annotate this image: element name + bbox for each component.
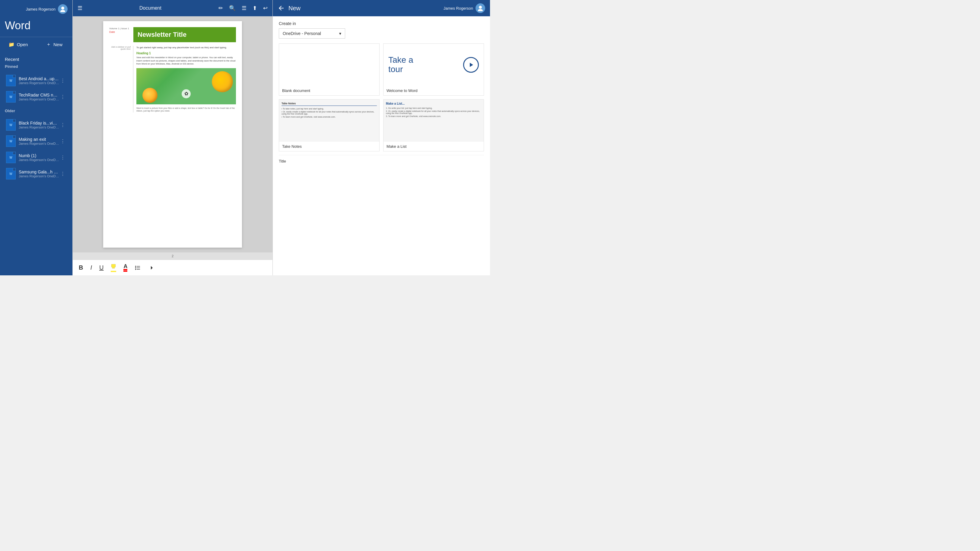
doc-name: Samsung Gala...h next month — [19, 170, 59, 174]
newsletter-heading: Heading 1 — [136, 52, 236, 55]
doc-more-button[interactable]: ⋮ — [59, 122, 66, 128]
bold-button[interactable]: B — [78, 263, 84, 272]
formatting-toolbar: B I U A — [73, 260, 272, 275]
svg-rect-2 — [111, 264, 116, 267]
fruit-image-1 — [212, 71, 233, 92]
older-doc-item[interactable]: W Samsung Gala...h next month James Roge… — [5, 165, 68, 182]
list-line: 1. Go write your list: just tap here and… — [386, 107, 481, 109]
doc-icon: W — [6, 135, 16, 147]
title-template-row: Title — [279, 155, 484, 167]
right-content: Create in OneDrive - Personal ▾ Blank do… — [273, 16, 490, 275]
doc-more-button[interactable]: ⋮ — [59, 171, 66, 177]
list-inner: Make a List... 1. Go write your list: ju… — [383, 100, 484, 142]
pen-icon[interactable]: ✏ — [218, 5, 223, 11]
username-left: James Rogerson — [26, 7, 56, 11]
doc-more-button[interactable]: ⋮ — [59, 78, 66, 84]
pinned-doc-item[interactable]: W TechRadar CMS notes James Rogerson's O… — [5, 89, 68, 105]
expand-button[interactable] — [146, 264, 155, 272]
hamburger-icon[interactable]: ☰ — [78, 5, 83, 11]
doc-icon: W — [6, 91, 16, 103]
doc-path: James Rogerson's OneDrive » Work — [19, 174, 59, 178]
share-icon[interactable]: ⬆ — [253, 5, 257, 11]
undo-icon[interactable]: ↩ — [263, 5, 267, 11]
username-right: James Rogerson — [444, 6, 473, 11]
template-card-take-a-tour[interactable]: Take atour Welcome to Word — [383, 43, 484, 95]
template-card-blank[interactable]: Blank document — [279, 43, 380, 95]
pinned-doc-item[interactable]: W Best Android a...update guide James Ro… — [5, 72, 68, 89]
document-page: Volume 1 | Issue 1 Date Newsletter Title… — [103, 21, 242, 248]
template-name: Welcome to Word — [383, 86, 484, 95]
newsletter-volume: Volume 1 | Issue 1 Date — [109, 27, 134, 42]
create-in-select[interactable]: OneDrive - Personal ▾ — [279, 29, 345, 39]
font-color-button[interactable]: A — [122, 262, 129, 273]
svg-rect-7 — [135, 267, 136, 268]
svg-point-10 — [479, 6, 482, 9]
doc-name: Black Friday is...vies and apps — [19, 121, 59, 125]
svg-point-1 — [60, 10, 65, 12]
document-title: Document — [83, 5, 218, 11]
open-button[interactable]: 📁 Open — [0, 37, 36, 52]
notes-line: • To take notes, just tap here and start… — [282, 108, 377, 110]
newsletter-main: To get started right away, just tap any … — [136, 46, 236, 113]
create-in-label: Create in — [279, 21, 484, 26]
new-button-left[interactable]: ＋ New — [36, 37, 72, 52]
middle-header: ☰ Document ✏ 🔍 ☰ ⬆ ↩ — [73, 0, 272, 16]
open-label: Open — [17, 42, 28, 47]
doc-more-button[interactable]: ⋮ — [59, 155, 66, 160]
page-number: 2 — [73, 252, 272, 260]
highlight-button[interactable] — [110, 262, 118, 273]
arrow-circle-button[interactable] — [463, 57, 479, 73]
font-color-icon: A — [123, 264, 127, 272]
back-button[interactable] — [278, 5, 285, 12]
avatar-left[interactable] — [58, 4, 68, 14]
svg-rect-8 — [135, 269, 136, 270]
newsletter-title: Newsletter Title — [138, 31, 186, 39]
doc-info: Black Friday is...vies and apps James Ro… — [19, 121, 59, 129]
notes-title: Take Notes — [282, 102, 377, 106]
template-card-take-notes[interactable]: Take Notes • To take notes, just tap her… — [279, 99, 380, 151]
template-name: Take Notes — [279, 142, 379, 151]
notes-inner: Take Notes • To take notes, just tap her… — [279, 100, 379, 142]
svg-marker-9 — [151, 266, 153, 270]
document-preview: Volume 1 | Issue 1 Date Newsletter Title… — [73, 16, 272, 252]
underline-button[interactable]: U — [98, 263, 105, 272]
older-doc-item[interactable]: W Numb (1) James Rogerson's OneDrive » W… — [5, 149, 68, 165]
recent-section: Recent Pinned W Best Android a...update … — [0, 52, 72, 275]
template-name: Blank document — [279, 86, 379, 95]
recent-title: Recent — [5, 57, 68, 62]
newsletter-header: Volume 1 | Issue 1 Date Newsletter Title — [109, 27, 236, 42]
notes-line: • Or, easily create a digital notebook f… — [282, 111, 377, 115]
search-icon[interactable]: 🔍 — [229, 5, 235, 11]
list-title: Make a List... — [386, 102, 481, 105]
doc-icon: W — [6, 75, 16, 86]
highlight-icon — [111, 264, 116, 272]
right-user-info: James Rogerson — [444, 3, 485, 13]
avatar-right[interactable] — [476, 3, 485, 13]
older-doc-item[interactable]: W Making an exit James Rogerson's OneDri… — [5, 133, 68, 149]
older-doc-item[interactable]: W Black Friday is...vies and apps James … — [5, 117, 68, 133]
doc-path: James Rogerson's OneDrive — [19, 125, 59, 129]
left-header: James Rogerson — [0, 0, 72, 17]
fruit-image-2 — [142, 88, 158, 103]
take-a-tour-text: Take atour — [388, 56, 414, 74]
new-label-left: New — [53, 42, 62, 47]
doc-path: James Rogerson's OneDrive » Work — [19, 97, 59, 101]
left-panel: James Rogerson Word 📁 Open ＋ New Recent … — [0, 0, 72, 275]
newsletter-caption: Want to insert a picture from your files… — [136, 107, 236, 113]
pinned-title: Pinned — [5, 64, 68, 69]
svg-point-11 — [478, 9, 483, 11]
newsletter-intro: To get started right away, just tap any … — [136, 46, 236, 49]
blank-preview — [279, 44, 379, 86]
svg-point-0 — [61, 6, 64, 10]
right-header: New James Rogerson — [273, 0, 490, 16]
template-card-make-list[interactable]: Make a List... 1. Go write your list: ju… — [383, 99, 484, 151]
italic-button[interactable]: I — [89, 263, 93, 272]
doc-more-button[interactable]: ⋮ — [59, 138, 66, 144]
folder-icon: 📁 — [8, 41, 14, 48]
doc-info: Samsung Gala...h next month James Rogers… — [19, 170, 59, 178]
doc-more-button[interactable]: ⋮ — [59, 94, 66, 100]
doc-info: Making an exit James Rogerson's OneDrive… — [19, 137, 59, 145]
reader-icon[interactable]: ☰ — [242, 5, 247, 11]
list-button[interactable] — [134, 264, 142, 272]
templates-grid: Blank document Take atour Welcome to Wor… — [279, 43, 484, 151]
